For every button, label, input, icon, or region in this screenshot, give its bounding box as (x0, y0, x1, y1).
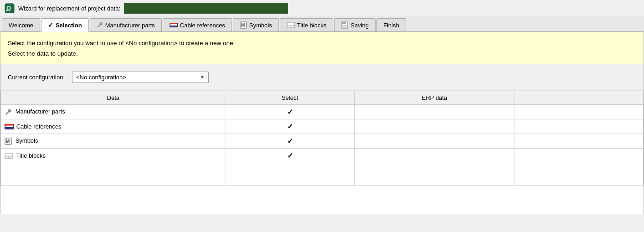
project-name-bar (124, 3, 288, 14)
tab-saving[interactable]: Saving (334, 18, 376, 31)
app-icon: Q (5, 3, 15, 13)
row-cable-data: Cable references (1, 119, 226, 134)
col-header-select: Select (226, 91, 354, 104)
tab-manufacturer-parts-label: Manufacturer parts (105, 22, 155, 29)
symbol-icon: M (240, 21, 247, 29)
svg-rect-14 (342, 22, 346, 24)
empty-extra (515, 163, 644, 186)
tab-symbols[interactable]: M Symbols (233, 18, 279, 31)
row-manufacturer-label: Manufacturer parts (15, 108, 65, 115)
table-wrapper: Data Select ERP data Manufacturer parts (0, 91, 644, 186)
svg-rect-18 (5, 126, 14, 128)
tab-title-blocks[interactable]: Title blocks (280, 18, 334, 31)
col-header-data: Data (1, 91, 226, 104)
checkmark-cable: ✓ (287, 123, 293, 130)
svg-rect-3 (170, 23, 178, 24)
tab-finish-label: Finish (383, 22, 399, 29)
content-area: Select the configuration you want to use… (0, 32, 644, 214)
svg-rect-7 (177, 23, 178, 27)
table-row: Cable references ✓ (1, 119, 644, 134)
row-cable-label: Cable references (16, 123, 62, 130)
row-manufacturer-select[interactable]: ✓ (226, 104, 354, 119)
tab-finish[interactable]: Finish (376, 18, 406, 31)
titleblock-icon (287, 22, 295, 28)
row-titleblocks-select[interactable]: ✓ (226, 148, 354, 163)
row-symbols-erp (354, 134, 515, 148)
table-row-empty (1, 163, 644, 186)
tab-saving-label: Saving (350, 22, 369, 29)
row-symbols-data: M Symbols (1, 134, 226, 148)
cable-icon (170, 22, 178, 28)
tab-cable-references[interactable]: Cable references (163, 18, 232, 31)
table-row: M Symbols ✓ (1, 134, 644, 148)
row-titleblocks-data: Title blocks (1, 148, 226, 163)
row-manufacturer-data: Manufacturer parts (1, 104, 226, 119)
title-text: Wizard for replacement of project data: (18, 5, 120, 12)
row-symbols-select[interactable]: ✓ (226, 134, 354, 148)
row-symbol-icon: M (5, 138, 12, 145)
empty-erp (354, 163, 515, 186)
info-box: Select the configuration you want to use… (0, 32, 644, 64)
svg-rect-19 (5, 127, 14, 129)
row-cable-extra (515, 119, 644, 134)
tabs-bar: Welcome ✓ Selection Manufacturer parts C… (0, 16, 644, 32)
row-manufacturer-erp (354, 104, 515, 119)
col-header-extra (515, 91, 644, 104)
svg-text:M: M (6, 139, 10, 144)
checkmark-symbols: ✓ (287, 137, 293, 145)
checkmark-titleblocks: ✓ (287, 152, 293, 160)
tab-title-blocks-label: Title blocks (297, 22, 327, 29)
svg-rect-6 (170, 23, 170, 27)
config-value: <No configuration> (76, 74, 126, 81)
svg-rect-20 (5, 124, 5, 129)
col-header-erp: ERP data (354, 91, 515, 104)
row-symbols-extra (515, 134, 644, 148)
config-dropdown[interactable]: <No configuration> ▼ (72, 72, 209, 83)
tab-welcome[interactable]: Welcome (2, 18, 40, 31)
info-line2: Select the data to update. (8, 49, 636, 59)
row-wrench-icon (5, 108, 12, 116)
svg-rect-21 (13, 124, 14, 129)
selection-check-icon: ✓ (48, 21, 53, 29)
tab-welcome-label: Welcome (9, 22, 33, 29)
config-row: Current configuration: <No configuration… (0, 64, 644, 91)
tab-selection-label: Selection (56, 22, 82, 29)
row-titleblock-icon (5, 153, 13, 159)
row-cable-select[interactable]: ✓ (226, 119, 354, 134)
tab-symbols-label: Symbols (249, 22, 272, 29)
svg-rect-5 (170, 26, 178, 27)
empty-select (226, 163, 354, 186)
data-table: Data Select ERP data Manufacturer parts (0, 91, 644, 186)
row-cable-icon (5, 124, 14, 130)
empty-data (1, 163, 226, 186)
dropdown-arrow-icon: ▼ (200, 74, 205, 80)
row-titleblocks-erp (354, 148, 515, 163)
row-titleblocks-label: Title blocks (16, 152, 46, 159)
tab-cable-references-label: Cable references (180, 22, 225, 29)
table-row: Manufacturer parts ✓ (1, 104, 644, 119)
tab-selection[interactable]: ✓ Selection (41, 18, 89, 32)
save-icon (341, 21, 348, 29)
checkmark-manufacturer: ✓ (287, 108, 293, 116)
row-symbols-label: Symbols (15, 137, 38, 144)
svg-rect-4 (170, 24, 178, 26)
wrench-icon (97, 22, 103, 28)
table-row: Title blocks ✓ (1, 148, 644, 163)
tab-manufacturer-parts[interactable]: Manufacturer parts (90, 18, 162, 31)
svg-rect-15 (342, 25, 347, 28)
svg-rect-17 (5, 124, 14, 126)
title-bar: Q Wizard for replacement of project data… (0, 0, 644, 16)
row-cable-erp (354, 119, 515, 134)
row-titleblocks-extra (515, 148, 644, 163)
row-manufacturer-extra (515, 104, 644, 119)
info-line1: Select the configuration you want to use… (8, 38, 636, 49)
svg-text:M: M (241, 23, 245, 28)
config-label: Current configuration: (8, 74, 65, 81)
